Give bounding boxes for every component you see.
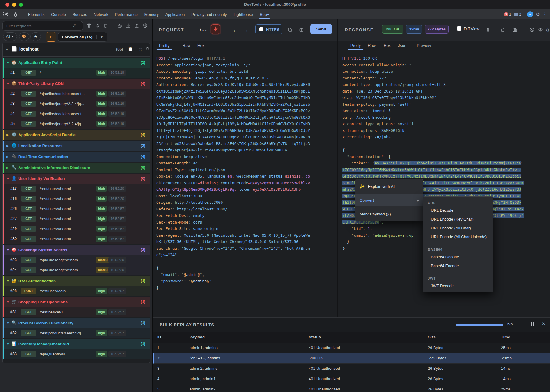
camera-icon[interactable] — [513, 27, 517, 33]
bulk-row-5[interactable]: 5admin, admin2401 Unauthorized26 Bytes29… — [153, 384, 550, 392]
copy-icon[interactable] — [287, 27, 292, 33]
tab-hex[interactable]: Hex — [384, 43, 391, 48]
group-header[interactable]: ▶🔌Real-Time Communication(4) — [4, 152, 150, 162]
group-header[interactable]: ▼🛒Shopping Cart Operations(1) — [4, 297, 150, 307]
ai-assistant-icon[interactable]: ✦ — [527, 11, 533, 17]
request-row-16[interactable]: #16GET/rest/user/whoamihigh16:52:20 — [4, 194, 150, 204]
clipboard-icon[interactable]: 📋 — [128, 47, 133, 51]
pause-icon[interactable] — [530, 322, 535, 327]
expand-triangle-icon[interactable]: ▶ — [6, 155, 9, 158]
forward-arrow-icon[interactable]: → — [243, 27, 248, 34]
devtools-tab-performance[interactable]: Performance — [112, 9, 141, 19]
request-row-31[interactable]: #31GET/rest/basket/1high16:52:57 — [4, 307, 150, 317]
request-row-3[interactable]: #3GET/ajax/libs/jquery/2.2.4/jq...high16… — [4, 99, 150, 109]
group-header[interactable]: ▼🏠Application Entry Point(1) — [4, 58, 150, 68]
collapse-triangle-icon[interactable]: ▼ — [6, 82, 9, 85]
tab-pretty[interactable]: Pretty — [159, 43, 169, 48]
request-row-4[interactable]: #4GET/ajax/libs/cookieconsent...high16:5… — [4, 109, 150, 119]
devtools-tab-console[interactable]: Console — [48, 9, 69, 19]
forward-all-dropdown[interactable]: ▼ — [96, 35, 107, 39]
collapse-triangle-icon[interactable]: ▼ — [6, 61, 9, 64]
devtools-tab-sources[interactable]: Sources — [69, 9, 90, 19]
collapse-triangle-icon[interactable]: ▼ — [6, 342, 9, 346]
tab-raw[interactable]: Raw — [368, 43, 376, 48]
request-row-5[interactable]: #5GET/ajax/libs/jquery/2.2.4/jq...high16… — [4, 119, 150, 129]
group-header[interactable]: ▼📦Third-Party Library CDN(4) — [4, 79, 150, 89]
expand-triangle-icon[interactable]: ▶ — [6, 144, 9, 147]
request-row-28[interactable]: #28POST/rest/user/loginhigh16:52:57 — [4, 286, 150, 296]
request-row-13[interactable]: #13GET/rest/user/whoamihigh16:52:20 — [4, 184, 150, 194]
devtools-tab-elements[interactable]: Elements — [25, 9, 48, 19]
devtools-tab-application[interactable]: Application — [162, 9, 188, 19]
group-header[interactable]: ▼🔍Product Search Functionality(1) — [4, 318, 150, 328]
devtools-tab-lighthouse[interactable]: Lighthouse — [230, 9, 257, 19]
bulk-row-1[interactable]: 1admin1, admins401 Unauthorized26 Bytes2… — [153, 343, 550, 353]
back-arrow-icon[interactable]: ← — [233, 27, 238, 34]
issues-count-badge[interactable]: 2 — [514, 12, 521, 16]
diff-view-checkbox[interactable] — [457, 26, 461, 31]
tree-view-icon[interactable] — [104, 23, 110, 29]
submenu-item-url-encode-key-char-[interactable]: URL Encode (Key Char) — [423, 215, 493, 224]
scope-filter-dropdown[interactable]: All▼ — [3, 32, 17, 41]
submenu-item-jwt-decode[interactable]: JWT Decode — [423, 281, 493, 290]
group-header[interactable]: ▼🔐User Authentication(1) — [4, 276, 150, 286]
request-row-23[interactable]: #23GET/api/Challenges/?nam...medium16:52… — [4, 255, 150, 265]
ai-sparkle-icon[interactable]: ✦˖ ▼ — [199, 27, 207, 32]
collapse-triangle-icon[interactable]: ▼ — [6, 321, 9, 325]
submenu-item-url-encode-all-char-[interactable]: URL Encode (All Char) — [423, 224, 493, 232]
request-row-33[interactable]: #33GET/api/Quantitys/high16:52:57 — [4, 349, 150, 359]
request-row-1[interactable]: #1GET/high16:52:19 — [4, 68, 150, 78]
https-toggle-button[interactable]: HTTPS — [255, 24, 282, 34]
star-outline-icon[interactable]: ☆ — [139, 47, 143, 51]
more-options-icon[interactable]: ⋮ — [543, 12, 547, 17]
request-row-26[interactable]: #26GET/rest/user/whoamihigh16:52:57 — [4, 204, 150, 214]
sort-updown-icon[interactable] — [95, 23, 101, 29]
color-filter-button[interactable]: 🎨 — [19, 32, 29, 41]
request-row-29[interactable]: #29GET/rest/user/whoamihigh16:52:57 — [4, 224, 150, 234]
collapse-triangle-icon[interactable]: ▼ — [6, 177, 9, 180]
request-row-32[interactable]: #32GET/rest/products/search?q=high16:52:… — [4, 328, 150, 338]
collapse-triangle-icon[interactable]: ▼ — [6, 279, 9, 283]
tab-raw[interactable]: Raw — [183, 43, 190, 48]
expand-triangle-icon[interactable]: ▶ — [6, 133, 9, 136]
submenu-item-base64-encode[interactable]: Base64 Encode — [423, 261, 493, 270]
devtools-tab-rep-[interactable]: Rep+ — [256, 9, 272, 19]
context-menu-item-convert[interactable]: Convert▶ — [355, 194, 423, 206]
request-row-2[interactable]: #2GET/ajax/libs/cookieconsent...high16:5… — [4, 89, 150, 99]
filter-requests-input[interactable] — [2, 21, 83, 31]
request-row-30[interactable]: #30GET/rest/user/whoamihigh16:52:57 — [4, 234, 150, 244]
host-row-localhost[interactable]: ▼ 📄 localhost (66) 📋 ☆ — [3, 43, 150, 57]
group-header[interactable]: ▼📊Inventory Management API(1) — [4, 339, 150, 349]
shield-icon[interactable] — [143, 23, 149, 29]
swap-updown-icon[interactable] — [485, 27, 490, 33]
tab-hex[interactable]: Hex — [197, 43, 204, 48]
request-row-24[interactable]: #24GET/api/Challenges/?nam...medium16:52… — [4, 265, 150, 275]
devtools-tab-memory[interactable]: Memory — [141, 9, 162, 19]
bulk-row-4[interactable]: 4admin, admin1401 Unauthorized26 Bytes14… — [153, 374, 550, 384]
tab-json[interactable]: Json — [398, 43, 406, 48]
star-filter-button[interactable]: ★ — [30, 32, 41, 41]
tab-pretty[interactable]: Pretty — [350, 43, 361, 48]
request-row-27[interactable]: #27GET/rest/user/whoamihigh16:52:57 — [4, 214, 150, 224]
devtools-tab-privacy-and-security[interactable]: Privacy and security — [188, 9, 230, 19]
submenu-item-url-encode-all-char-unicode-[interactable]: URL Encode (All Char Unicode) — [423, 232, 493, 241]
bulk-row-2[interactable]: 2'or 1=1--, admins200 OK772 Bytes21ms — [153, 353, 550, 364]
device-toolbar-icon[interactable] — [12, 12, 17, 17]
regex-toggle[interactable]: .* — [73, 23, 76, 28]
group-header[interactable]: ▶⚙️Application JavaScript Bundle(4) — [4, 130, 150, 140]
devtools-tab-network[interactable]: Network — [90, 9, 112, 19]
submenu-item-base64-decode[interactable]: Base64 Decode — [423, 253, 493, 261]
download-icon[interactable] — [126, 23, 132, 29]
group-header[interactable]: ▶🔧Administrative Information Disclosure(… — [4, 163, 150, 173]
upload-icon[interactable] — [134, 23, 140, 29]
group-header[interactable]: ▼🎯Challenge System Access(2) — [4, 245, 150, 255]
error-count-badge[interactable]: ✕ 1 — [504, 12, 511, 16]
request-body-view[interactable]: POST /rest/user/login HTTP/1.1Accept: ap… — [153, 51, 337, 361]
collapse-triangle-icon[interactable]: ▼ — [6, 300, 9, 304]
group-header[interactable]: ▶🌐Localization Resources(2) — [4, 141, 150, 151]
send-button[interactable]: Send — [310, 24, 332, 34]
group-header[interactable]: ▼👤User Identity Verification(6) — [4, 174, 150, 184]
play-intercept-button[interactable]: ▶ — [46, 32, 56, 42]
collapse-triangle-icon[interactable]: ▼ — [5, 48, 9, 51]
https-checkbox[interactable] — [259, 27, 263, 31]
